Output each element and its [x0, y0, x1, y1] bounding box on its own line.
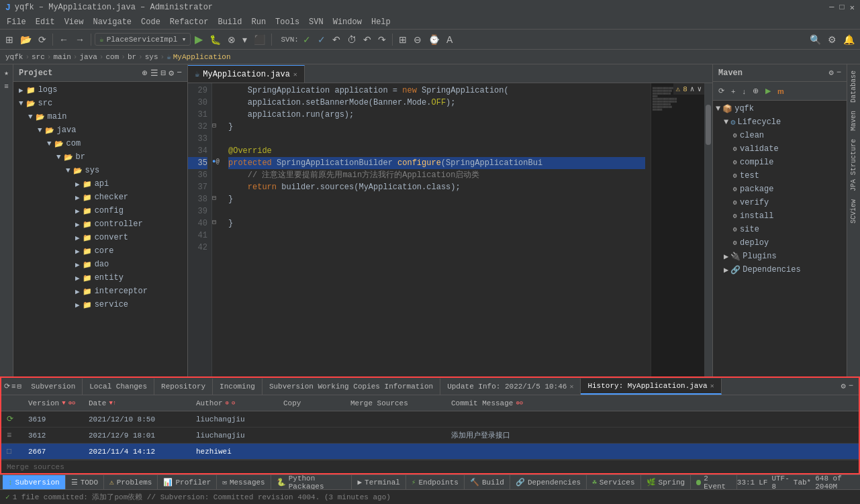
maven-download-btn[interactable]: ↓ — [739, 86, 749, 97]
status-tab-messages[interactable]: ✉ Messages — [217, 475, 271, 490]
maven-deps-group[interactable]: ▶ 🔗 Dependencies — [713, 263, 847, 276]
status-tab-python[interactable]: 🐍 Python Packages — [271, 475, 352, 490]
menu-edit[interactable]: Edit — [32, 16, 59, 28]
svn-diff-icon-2667[interactable]: □ — [7, 447, 11, 456]
translate-btn[interactable]: A — [444, 33, 455, 46]
svn-diff-icon-3612[interactable]: ≡ — [7, 431, 11, 440]
open-btn[interactable]: 📂 — [17, 33, 34, 46]
maven-site[interactable]: ⚙ site — [713, 223, 847, 236]
structure-icon[interactable]: ≡ — [3, 81, 10, 92]
menu-window[interactable]: Window — [329, 16, 366, 28]
stop-btn[interactable]: ⬛ — [251, 33, 268, 46]
svn-tab-repo[interactable]: Repository — [154, 379, 213, 395]
database-tab[interactable]: Database — [849, 67, 859, 106]
tree-item-api[interactable]: ▶ 📁 api — [13, 177, 187, 191]
svn-tab-working-copies[interactable]: Subversion Working Copies Information — [262, 379, 440, 395]
svn-tab-subversion[interactable]: Subversion — [24, 379, 83, 395]
breadcrumb-sys[interactable]: sys — [145, 53, 158, 61]
fold-icon-38[interactable]: ⊟ — [212, 194, 216, 202]
new-btn[interactable]: ⊞ — [3, 33, 16, 46]
svn-tab-update-info[interactable]: Update Info: 2022/1/5 10:46 ✕ — [440, 379, 581, 395]
settings-project-icon[interactable]: ⚙ — [169, 68, 174, 79]
status-tab-services[interactable]: ☘ Services — [587, 475, 640, 490]
svn-redo-btn[interactable]: ↷ — [375, 33, 389, 46]
menu-help[interactable]: Help — [367, 16, 395, 28]
status-tab-subversion[interactable]: ↕ Subversion — [3, 475, 66, 490]
nav-up-icon[interactable]: ∧ — [690, 85, 695, 93]
status-tab-problems[interactable]: ⚠ Problems — [104, 475, 158, 490]
svn-diff-icon-3619[interactable]: ⟳ — [7, 414, 13, 424]
status-tab-terminal[interactable]: ▶ Terminal — [352, 475, 405, 490]
more-run-btn[interactable]: ▾ — [240, 33, 250, 46]
svn-header-copy[interactable]: Copy — [283, 399, 350, 407]
forward-btn[interactable]: → — [73, 33, 87, 46]
status-tab-todo[interactable]: ☰ TODO — [66, 475, 104, 490]
fold-icon-32[interactable]: ⊟ — [212, 121, 216, 130]
status-tab-build[interactable]: 🔨 Build — [465, 475, 510, 490]
scroll-thumb[interactable] — [706, 105, 711, 145]
tree-item-controller[interactable]: ▶ 📁 controller — [13, 217, 187, 231]
svn-commit-btn[interactable]: ✓ — [300, 33, 314, 46]
maven-plugins-group[interactable]: ▶ 🔌 Plugins — [713, 250, 847, 263]
maven-validate[interactable]: ⚙ validate — [713, 142, 847, 156]
status-tab-deps[interactable]: 🔗 Dependencies — [510, 475, 587, 490]
tree-item-java[interactable]: ▼ 📂 java — [13, 123, 187, 137]
nav-down-icon[interactable]: ∨ — [697, 85, 702, 93]
fold-icon-40[interactable]: ⊟ — [212, 218, 216, 226]
tree-item-main[interactable]: ▼ 📂 main — [13, 110, 187, 123]
svn-row-3612[interactable]: ≡ 3612 2021/12/9 18:01 liuchangjiu 添加用户登… — [1, 427, 859, 444]
svn-tab-local[interactable]: Local Changes — [83, 379, 154, 395]
run-btn[interactable]: ▶ — [192, 32, 205, 47]
status-tab-event[interactable]: 2 Event — [691, 475, 737, 490]
collapse-icon[interactable]: ⊟ — [161, 68, 166, 79]
jpa-tab[interactable]: JPA Structure — [849, 136, 859, 195]
menu-navigate[interactable]: Navigate — [89, 16, 136, 28]
menu-tools[interactable]: Tools — [271, 16, 303, 28]
tree-item-logs[interactable]: ▶ 📁 logs — [13, 83, 187, 97]
breadcrumb-src[interactable]: src — [32, 53, 45, 61]
maven-add-btn[interactable]: + — [728, 86, 738, 97]
svn-undo-btn[interactable]: ↶ — [361, 33, 374, 46]
tree-item-convert[interactable]: ▶ 📁 convert — [13, 231, 187, 244]
no-vcs-btn[interactable]: ⊖ — [411, 33, 424, 46]
coverage-btn[interactable]: ⊗ — [225, 33, 238, 46]
svn-minimize-icon[interactable]: − — [849, 381, 853, 391]
tree-item-config[interactable]: ▶ 📁 config — [13, 204, 187, 217]
tree-item-entity[interactable]: ▶ 📁 entity — [13, 271, 187, 285]
svn-tab-history[interactable]: History: MyApplication.java ✕ — [581, 379, 721, 395]
maven-add-lifecycle-btn[interactable]: ⊕ — [750, 85, 761, 97]
svn-history-btn[interactable]: ⏱ — [344, 33, 359, 46]
menu-code[interactable]: Code — [137, 16, 164, 28]
maven-side-tab[interactable]: Maven — [849, 107, 859, 134]
add-content-icon[interactable]: ⊕ — [142, 68, 148, 79]
scview-tab[interactable]: SCView — [849, 196, 859, 227]
svn-tab-incoming[interactable]: Incoming — [213, 379, 262, 395]
maven-test[interactable]: ⚙ test — [713, 169, 847, 183]
svn-row-2667[interactable]: □ 2667 2021/11/4 14:12 hezhiwei — [1, 444, 859, 460]
sync-btn[interactable]: ⟳ — [36, 33, 49, 46]
svn-icon-3[interactable]: ⊟ — [17, 382, 22, 391]
scope-icon[interactable]: ☰ — [150, 68, 158, 79]
svn-icon-2[interactable]: ≡ — [11, 383, 16, 391]
breadcrumb-myapp[interactable]: ☕MyApplication — [166, 52, 230, 61]
code-area[interactable]: SpringApplication application = new Spri… — [223, 83, 651, 376]
menu-refactor[interactable]: Refactor — [166, 16, 213, 28]
timer-btn[interactable]: ⌚ — [426, 33, 442, 46]
svn-header-merge[interactable]: Merge Sources — [350, 399, 451, 407]
close-btn[interactable]: ✕ — [850, 3, 855, 13]
breadcrumb-com[interactable]: com — [105, 53, 119, 61]
svn-header-date[interactable]: Date ▼↑ — [89, 399, 196, 407]
menu-run[interactable]: Run — [247, 16, 270, 28]
maven-package[interactable]: ⚙ package — [713, 183, 847, 196]
svn-header-author[interactable]: Author ⊕ ⊖ — [196, 399, 283, 407]
vcs-popup-btn[interactable]: ⊞ — [396, 33, 410, 46]
editor-tab-myapp[interactable]: ☕ MyApplication.java ✕ — [188, 65, 305, 83]
svn-header-commit[interactable]: Commit Message ⊕⊖ — [451, 399, 853, 407]
tree-item-src[interactable]: ▼ 📂 src — [13, 97, 187, 110]
editor-scrollbar[interactable] — [704, 83, 712, 376]
maven-minimize-icon[interactable]: − — [837, 68, 841, 78]
status-tab-profiler[interactable]: 📊 Profiler — [158, 475, 217, 490]
tree-item-com[interactable]: ▼ 📂 com — [13, 137, 187, 150]
tab-close-myapp[interactable]: ✕ — [293, 70, 297, 79]
maven-compile[interactable]: ⚙ compile — [713, 156, 847, 169]
